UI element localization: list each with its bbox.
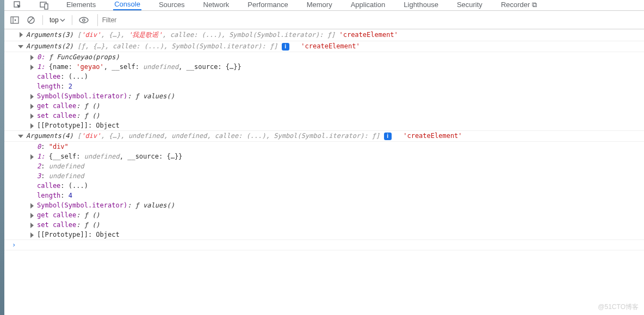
live-expression-icon[interactable] bbox=[79, 15, 89, 25]
tab-application[interactable]: Application bbox=[350, 1, 387, 10]
console-prompt[interactable]: › bbox=[4, 240, 644, 250]
chevron-down-icon bbox=[60, 17, 65, 23]
expand-arrow-icon[interactable] bbox=[30, 94, 34, 99]
expand-arrow-icon[interactable] bbox=[30, 203, 34, 209]
object-prop: 3: undefined bbox=[4, 171, 644, 181]
object-prop: length: 2 bbox=[4, 81, 644, 91]
svg-line-6 bbox=[29, 18, 33, 22]
console-log: Arguments(3) ['div', {…}, '我是歌谣', callee… bbox=[4, 29, 644, 250]
inspect-icon[interactable] bbox=[13, 1, 23, 10]
tab-lighthouse[interactable]: Lighthouse bbox=[403, 1, 439, 10]
expand-arrow-icon[interactable] bbox=[30, 65, 34, 70]
tab-elements[interactable]: Elements bbox=[65, 1, 97, 10]
expand-arrow-icon[interactable] bbox=[30, 154, 34, 160]
tab-recorder[interactable]: Recorder ⧉ bbox=[500, 1, 538, 10]
object-prop[interactable]: set callee: ƒ () bbox=[4, 220, 644, 230]
object-prop[interactable]: set callee: ƒ () bbox=[4, 111, 644, 121]
filter-input[interactable] bbox=[97, 14, 639, 26]
log-tag: 'createElement' bbox=[339, 31, 398, 39]
info-icon[interactable]: i bbox=[384, 133, 392, 140]
console-toolbar: top bbox=[4, 11, 644, 29]
object-prop[interactable]: Symbol(Symbol.iterator): ƒ values() bbox=[4, 91, 644, 101]
tab-security[interactable]: Security bbox=[456, 1, 484, 10]
log-entry: Arguments(3) ['div', {…}, '我是歌谣', callee… bbox=[4, 29, 644, 41]
object-prop[interactable]: [[Prototype]]: Object bbox=[4, 121, 644, 131]
info-icon[interactable]: i bbox=[282, 43, 289, 51]
expand-arrow-icon[interactable] bbox=[30, 123, 34, 129]
expand-arrow-icon[interactable] bbox=[30, 104, 34, 109]
expand-arrow-icon[interactable] bbox=[30, 213, 34, 218]
svg-rect-2 bbox=[45, 4, 48, 9]
log-summary[interactable]: Arguments(4) ['div', {…}, undefined, und… bbox=[26, 132, 384, 140]
object-prop[interactable]: callee: (...) bbox=[4, 72, 644, 81]
tab-memory[interactable]: Memory bbox=[306, 1, 333, 10]
object-prop[interactable]: 1: {name: 'geyao', __self: undefined, __… bbox=[4, 62, 644, 72]
svg-point-7 bbox=[79, 17, 88, 23]
object-prop[interactable]: Symbol(Symbol.iterator): ƒ values() bbox=[4, 200, 644, 210]
preview-icon: ⧉ bbox=[532, 1, 537, 9]
clear-console-icon[interactable] bbox=[26, 15, 36, 25]
log-tag: 'createElement' bbox=[301, 42, 360, 50]
object-prop: 2: undefined bbox=[4, 161, 644, 171]
object-prop[interactable]: get callee: ƒ () bbox=[4, 210, 644, 220]
devtools-tabs: Elements Console Sources Network Perform… bbox=[4, 0, 644, 11]
expand-arrow-icon[interactable] bbox=[30, 223, 34, 228]
log-tag: 'createElement' bbox=[403, 132, 462, 140]
expand-arrow-icon[interactable] bbox=[20, 32, 23, 37]
device-toggle-icon[interactable] bbox=[39, 1, 49, 10]
window-edge bbox=[0, 0, 4, 250]
object-prop[interactable]: callee: (...) bbox=[4, 181, 644, 191]
object-prop[interactable]: get callee: ƒ () bbox=[4, 101, 644, 111]
tab-console[interactable]: Console bbox=[113, 0, 141, 10]
tab-performance[interactable]: Performance bbox=[246, 1, 289, 10]
log-summary[interactable]: Arguments(3) ['div', {…}, '我是歌谣', callee… bbox=[26, 31, 339, 39]
expand-arrow-icon[interactable] bbox=[30, 232, 34, 238]
sidebar-toggle-icon[interactable] bbox=[10, 15, 20, 25]
object-prop: length: 4 bbox=[4, 191, 644, 200]
expand-arrow-icon[interactable] bbox=[30, 55, 34, 60]
collapse-arrow-icon[interactable] bbox=[18, 45, 23, 48]
object-prop[interactable]: 1: {__self: undefined, __source: {…}} bbox=[4, 152, 644, 161]
tab-network[interactable]: Network bbox=[202, 1, 231, 10]
svg-point-8 bbox=[82, 18, 84, 21]
log-entry: Arguments(2) [ƒ, {…}, callee: (...), Sym… bbox=[4, 41, 644, 52]
separator bbox=[72, 15, 72, 25]
log-summary[interactable]: Arguments(2) [ƒ, {…}, callee: (...), Sym… bbox=[26, 42, 282, 50]
expand-arrow-icon[interactable] bbox=[30, 114, 34, 119]
object-prop: 0: "div" bbox=[4, 142, 644, 152]
separator bbox=[42, 15, 43, 25]
context-selector[interactable]: top bbox=[49, 16, 65, 24]
object-prop[interactable]: 0: ƒ FuncGeyao(props) bbox=[4, 52, 644, 62]
context-label: top bbox=[49, 16, 59, 24]
log-entry: Arguments(4) ['div', {…}, undefined, und… bbox=[4, 131, 644, 142]
collapse-arrow-icon[interactable] bbox=[18, 135, 23, 138]
object-prop[interactable]: [[Prototype]]: Object bbox=[4, 230, 644, 240]
tab-sources[interactable]: Sources bbox=[158, 1, 186, 10]
